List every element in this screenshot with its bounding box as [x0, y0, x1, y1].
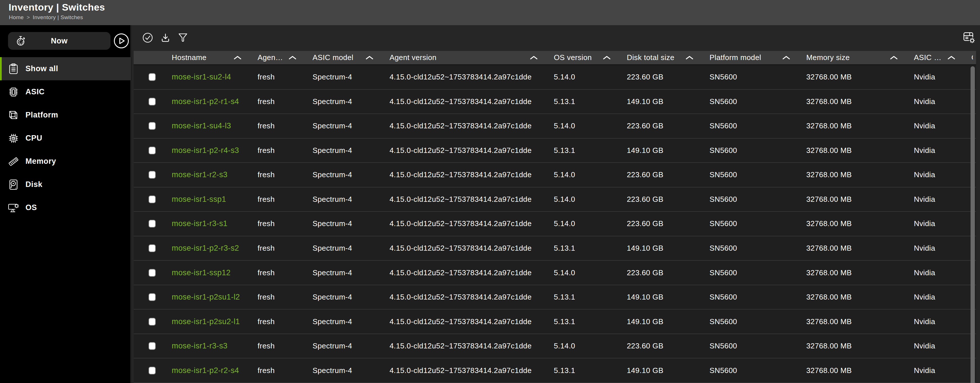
cell-agent_version: 4.15.0-cld12u52~1753783414.2a97c1dde — [390, 122, 554, 130]
column-header-asic_vendor[interactable]: ASIC ve... — [914, 51, 971, 64]
column-header-agent_version[interactable]: Agent version — [390, 51, 554, 64]
sort-chevron-icon[interactable] — [943, 55, 956, 60]
row-checkbox[interactable] — [148, 196, 156, 203]
time-range-now-button[interactable]: Now — [8, 32, 110, 50]
column-header-disk_total_size[interactable]: Disk total size — [627, 51, 710, 64]
cell-hostname[interactable]: mose-isr1-p2su2-l1 — [172, 317, 258, 326]
row-checkbox[interactable] — [148, 367, 156, 374]
cell-asic_model: Spectrum-4 — [313, 268, 390, 277]
select-check-icon[interactable] — [142, 32, 153, 43]
cell-platform_model: SN5600 — [710, 219, 806, 228]
row-checkbox[interactable] — [148, 147, 156, 154]
cell-asic_model: Spectrum-4 — [313, 97, 390, 106]
cell-memory_size: 32768.00 MB — [806, 244, 914, 253]
cell-memory_size: 32768.00 MB — [806, 317, 914, 326]
row-checkbox[interactable] — [148, 171, 156, 179]
column-header-memory_size[interactable]: Memory size — [806, 51, 914, 64]
row-checkbox[interactable] — [148, 122, 156, 130]
cell-os_version: 5.14.0 — [554, 73, 627, 81]
sort-chevron-icon[interactable] — [599, 55, 611, 60]
cell-hostname[interactable]: mose-isr1-ssp1 — [172, 195, 258, 204]
cell-memory_size: 32768.00 MB — [806, 219, 914, 228]
row-checkbox[interactable] — [148, 98, 156, 106]
sidebar-item-memory[interactable]: Memory — [0, 150, 131, 173]
column-header-platform_model[interactable]: Platform model — [710, 51, 806, 64]
table-settings-icon[interactable] — [962, 32, 975, 44]
cell-asic_vendor: Nvidia — [914, 97, 971, 106]
sidebar-item-asic[interactable]: ASIC — [0, 80, 131, 103]
cell-disk_total_size: 149.10 GB — [627, 146, 710, 155]
sort-chevron-icon[interactable] — [285, 55, 297, 60]
cell-disk_total_size: 149.10 GB — [627, 97, 710, 106]
cell-agent_status: fresh — [258, 219, 313, 228]
cell-hostname[interactable]: mose-isr1-p2su1-l2 — [172, 293, 258, 302]
switches-table: HostnameAgent s...ASIC modelAgent versio… — [134, 51, 976, 383]
row-checkbox[interactable] — [148, 244, 156, 252]
sidebar-item-os[interactable]: OS — [0, 196, 131, 219]
cell-platform_model: SN5600 — [710, 244, 806, 253]
sidebar-item-disk[interactable]: Disk — [0, 173, 131, 196]
cell-hostname[interactable]: mose-isr1-ssp12 — [172, 268, 258, 277]
cell-agent_status: fresh — [258, 366, 313, 375]
cell-disk_total_size: 149.10 GB — [627, 293, 710, 302]
column-header-os_version[interactable]: OS version — [554, 51, 627, 64]
table-row: mose-isr1-r3-s3freshSpectrum-44.15.0-cld… — [134, 334, 976, 359]
row-select-cell — [134, 318, 172, 326]
row-checkbox[interactable] — [148, 342, 156, 350]
column-header-label: Disk total size — [627, 53, 675, 62]
cell-hostname[interactable]: mose-isr1-p2-r2-s4 — [172, 366, 258, 375]
column-header-label: C — [971, 53, 973, 62]
table-row: mose-isr1-p2-r3-s2freshSpectrum-44.15.0-… — [134, 236, 976, 261]
column-header-asic_model[interactable]: ASIC model — [313, 51, 390, 64]
cell-os_version: 5.14.0 — [554, 122, 627, 130]
play-button[interactable] — [113, 33, 129, 49]
sort-chevron-icon[interactable] — [886, 55, 898, 60]
column-header-hostname[interactable]: Hostname — [172, 51, 258, 64]
breadcrumb: Home > Inventory | Switches — [9, 14, 83, 21]
cell-agent_version: 4.15.0-cld12u52~1753783414.2a97c1dde — [390, 146, 554, 155]
cell-memory_size: 32768.00 MB — [806, 122, 914, 130]
sort-chevron-icon[interactable] — [230, 55, 242, 60]
time-range-label: Now — [8, 36, 110, 46]
cell-agent_version: 4.15.0-cld12u52~1753783414.2a97c1dde — [390, 342, 554, 350]
cell-platform_model: SN5600 — [710, 195, 806, 204]
row-checkbox[interactable] — [148, 293, 156, 301]
row-checkbox[interactable] — [148, 318, 156, 326]
cell-hostname[interactable]: mose-isr1-su2-l4 — [172, 73, 258, 81]
row-checkbox[interactable] — [148, 73, 156, 81]
table-row: mose-isr1-p2-r1-s4freshSpectrum-44.15.0-… — [134, 90, 976, 114]
table-row: mose-isr1-r2-s3freshSpectrum-44.15.0-cld… — [134, 163, 976, 187]
os-icon — [8, 202, 19, 214]
sort-chevron-icon[interactable] — [778, 55, 791, 60]
cell-hostname[interactable]: mose-isr1-p2-r4-s3 — [172, 146, 258, 155]
sidebar-item-cpu[interactable]: CPU — [0, 127, 131, 150]
row-checkbox[interactable] — [148, 269, 156, 277]
cell-agent_version: 4.15.0-cld12u52~1753783414.2a97c1dde — [390, 195, 554, 204]
sidebar-item-show-all[interactable]: Show all — [0, 57, 131, 80]
cell-hostname[interactable]: mose-isr1-su4-l3 — [172, 122, 258, 130]
column-header-label: ASIC ve... — [914, 53, 943, 62]
filter-icon[interactable] — [177, 32, 188, 43]
sort-chevron-icon[interactable] — [682, 55, 694, 60]
sidebar-item-platform[interactable]: Platform — [0, 103, 131, 127]
cell-os_version: 5.14.0 — [554, 219, 627, 228]
cell-hostname[interactable]: mose-isr1-r2-s3 — [172, 170, 258, 179]
cell-disk_total_size: 223.60 GB — [627, 219, 710, 228]
column-header-label: Platform model — [710, 53, 761, 62]
column-header-agent_status[interactable]: Agent s... — [258, 51, 313, 64]
sort-chevron-icon[interactable] — [526, 55, 538, 60]
download-icon[interactable] — [160, 32, 171, 43]
row-checkbox[interactable] — [148, 220, 156, 228]
memory-icon — [8, 156, 19, 167]
cell-hostname[interactable]: mose-isr1-r3-s1 — [172, 219, 258, 228]
sidebar: Now Show allASICPlatformCPUMemoryDiskOS — [0, 25, 131, 383]
vertical-scrollbar-thumb[interactable] — [970, 66, 975, 383]
cell-asic_vendor: Nvidia — [914, 244, 971, 253]
breadcrumb-home[interactable]: Home — [9, 14, 24, 21]
cell-hostname[interactable]: mose-isr1-p2-r1-s4 — [172, 97, 258, 106]
disk-icon — [8, 179, 19, 190]
cell-hostname[interactable]: mose-isr1-p2-r3-s2 — [172, 244, 258, 253]
column-header-cpu[interactable]: C — [971, 51, 976, 64]
sort-chevron-icon[interactable] — [362, 55, 374, 60]
cell-hostname[interactable]: mose-isr1-r3-s3 — [172, 342, 258, 350]
